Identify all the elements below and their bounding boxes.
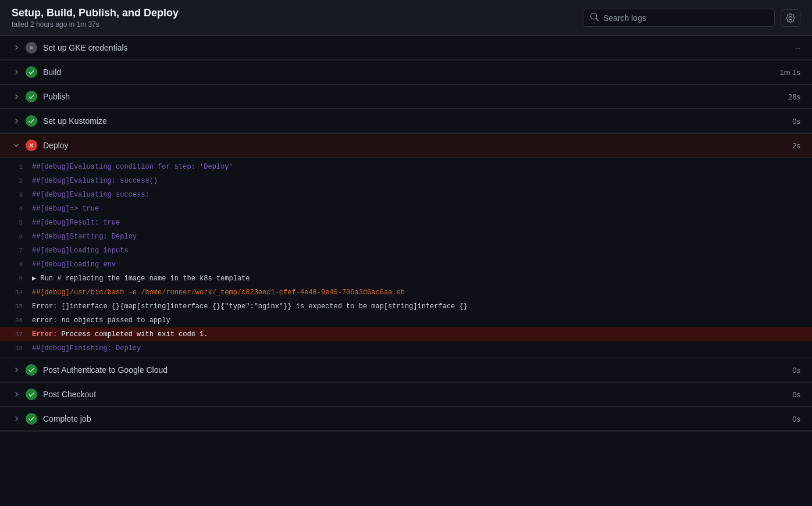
- success-icon: [26, 413, 37, 425]
- step-row-complete-job[interactable]: Complete job 0s: [0, 407, 812, 431]
- log-line-content: ##[debug]Evaluating condition for step: …: [32, 161, 800, 173]
- step-duration: 0s: [777, 366, 800, 375]
- success-icon: [26, 364, 37, 376]
- search-box[interactable]: [583, 9, 775, 27]
- log-line-number: 3: [0, 188, 32, 201]
- skipped-icon: [26, 42, 37, 54]
- log-debug-text: ##[debug]Loading inputs: [32, 247, 129, 255]
- step-row-post-checkout[interactable]: Post Checkout 0s: [0, 383, 812, 407]
- step-row-build[interactable]: Build 1m 1s: [0, 60, 812, 84]
- log-line-number: 8: [0, 258, 32, 271]
- log-line-number: 2: [0, 174, 32, 187]
- log-line: 36 error: no objects passed to apply: [0, 313, 812, 327]
- log-line-content: ##[debug]Result: true: [32, 216, 800, 229]
- header-right: [583, 9, 800, 27]
- log-line-number: 5: [0, 216, 32, 229]
- step-section-post-checkout: Post Checkout 0s: [0, 383, 812, 407]
- step-name: Build: [43, 67, 777, 77]
- log-debug-text: ##[debug]Loading env: [32, 261, 116, 269]
- step-row-publish[interactable]: Publish 28s: [0, 85, 812, 109]
- step-duration: 0s: [777, 390, 800, 399]
- log-line-number: 1: [0, 161, 32, 173]
- log-line: 37 Error: Process completed with exit co…: [0, 327, 812, 341]
- chevron-right-icon: [12, 116, 21, 126]
- search-icon: [590, 13, 599, 23]
- log-line-number: 6: [0, 230, 32, 243]
- log-debug-text: ##[debug]Evaluating success:: [32, 191, 149, 199]
- step-duration: --: [777, 44, 800, 52]
- step-name: Post Authenticate to Google Cloud: [43, 365, 777, 375]
- log-debug-text: ##[debug]Evaluating: success(): [32, 177, 158, 185]
- settings-button[interactable]: [781, 9, 800, 27]
- log-line: 3 ##[debug]Evaluating success:: [0, 188, 812, 202]
- step-duration: 0s: [777, 415, 800, 423]
- step-duration: 2s: [777, 141, 800, 150]
- step-row-setup-kustomize[interactable]: Set up Kustomize 0s: [0, 109, 812, 133]
- log-debug-text: ##[debug]Result: true: [32, 219, 120, 227]
- step-section-complete-job: Complete job 0s: [0, 407, 812, 432]
- chevron-right-icon: [12, 92, 21, 101]
- svg-point-0: [30, 47, 33, 49]
- page-title: Setup, Build, Publish, and Deploy: [12, 7, 179, 19]
- step-name: Deploy: [43, 141, 777, 150]
- chevron-right-icon: [12, 67, 21, 77]
- log-run-text: ▶ Run # replacing the image name in the …: [32, 275, 250, 283]
- log-line: 1 ##[debug]Evaluating condition for step…: [0, 160, 812, 174]
- log-line-number: 7: [0, 244, 32, 257]
- chevron-right-icon: [12, 43, 21, 52]
- log-line-content: ▶ Run # replacing the image name in the …: [32, 272, 800, 285]
- log-line: 9 ▶ Run # replacing the image name in th…: [0, 272, 812, 286]
- log-line-content: ##[debug]Evaluating: success(): [32, 174, 800, 187]
- log-line-number: 4: [0, 202, 32, 215]
- log-line-content: ##[debug]Finishing: Deploy: [32, 342, 800, 355]
- step-section-deploy: Deploy 2s 1 ##[debug]Evaluating conditio…: [0, 134, 812, 358]
- log-error-msg-text: error: no objects passed to apply: [32, 316, 170, 325]
- log-line-number: 9: [0, 272, 32, 285]
- log-line-content: ##[debug]Starting: Deploy: [32, 230, 800, 243]
- chevron-right-icon: [12, 414, 21, 423]
- gear-icon: [786, 13, 795, 23]
- success-icon: [26, 91, 37, 102]
- success-icon: [26, 389, 37, 400]
- log-debug-text: ##[debug]=> true: [32, 205, 99, 213]
- step-row-post-auth[interactable]: Post Authenticate to Google Cloud 0s: [0, 358, 812, 382]
- log-line: 5 ##[debug]Result: true: [0, 216, 812, 230]
- log-line: 34 ##[debug]/usr/bin/bash -e /home/runne…: [0, 286, 812, 300]
- log-line-content: Error: Process completed with exit code …: [32, 328, 800, 341]
- log-line-number: 35: [0, 300, 32, 313]
- chevron-right-icon: [12, 390, 21, 399]
- log-line: 6 ##[debug]Starting: Deploy: [0, 230, 812, 244]
- step-duration: 28s: [777, 92, 800, 101]
- log-line: 38 ##[debug]Finishing: Deploy: [0, 341, 812, 355]
- search-input[interactable]: [603, 13, 767, 23]
- log-error-text: Process completed with exit code 1.: [57, 330, 208, 338]
- log-line-content: ##[debug]Loading env: [32, 258, 800, 271]
- log-error-msg-text: Error: []interface {}{map[string]interfa…: [32, 302, 468, 311]
- log-line-number: 37: [0, 328, 32, 341]
- step-row-deploy[interactable]: Deploy 2s: [0, 134, 812, 158]
- header: Setup, Build, Publish, and Deploy failed…: [0, 0, 812, 36]
- log-bash-text: ##[debug]/usr/bin/bash -e /home/runner/w…: [32, 288, 405, 297]
- log-debug-text: ##[debug]Starting: Deploy: [32, 233, 137, 241]
- step-name: Post Checkout: [43, 390, 777, 399]
- step-section-post-auth: Post Authenticate to Google Cloud 0s: [0, 358, 812, 383]
- log-line: 4 ##[debug]=> true: [0, 202, 812, 216]
- step-duration: 0s: [777, 117, 800, 126]
- log-error-label: Error:: [32, 330, 57, 338]
- log-line-number: 36: [0, 314, 32, 327]
- chevron-down-icon: [12, 141, 21, 150]
- log-line: 8 ##[debug]Loading env: [0, 258, 812, 272]
- step-section-setup-kustomize: Set up Kustomize 0s: [0, 109, 812, 134]
- log-debug-text: ##[debug]Finishing: Deploy: [32, 344, 141, 352]
- chevron-right-icon: [12, 365, 21, 375]
- header-left: Setup, Build, Publish, and Deploy failed…: [12, 7, 179, 28]
- log-line: 7 ##[debug]Loading inputs: [0, 244, 812, 258]
- step-section-publish: Publish 28s: [0, 85, 812, 109]
- step-row-gke-credentials[interactable]: Set up GKE credentials --: [0, 36, 812, 60]
- log-line-content: Error: []interface {}{map[string]interfa…: [32, 300, 800, 313]
- log-line: 35 Error: []interface {}{map[string]inte…: [0, 300, 812, 313]
- step-name: Set up Kustomize: [43, 116, 777, 126]
- error-icon: [26, 140, 37, 151]
- log-line-content: error: no objects passed to apply: [32, 314, 800, 327]
- step-name: Publish: [43, 92, 777, 101]
